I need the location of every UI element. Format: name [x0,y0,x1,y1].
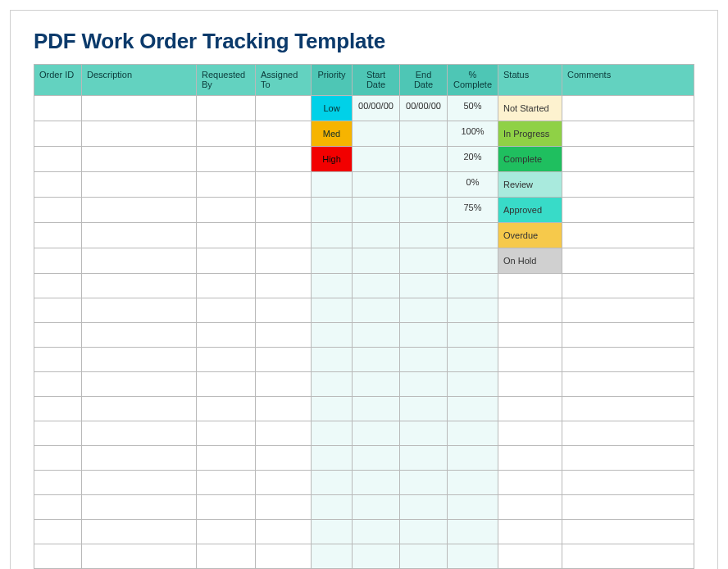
table-row: Med100%In Progress [34,121,694,147]
status-cell: Complete [498,147,562,172]
end-date [400,223,448,248]
description [82,147,197,172]
description [82,495,197,520]
description [82,172,197,198]
table-row [34,471,694,495]
description [82,544,197,569]
order-id [34,298,82,323]
col-description: Description [82,65,197,96]
priority-cell [312,372,353,397]
start-date [353,397,400,421]
description [82,471,197,495]
requested-by [197,421,256,446]
assigned-to [256,323,312,348]
pct-complete [448,520,498,544]
comments [562,544,694,569]
table-row: On Hold [34,248,694,274]
description [82,121,197,147]
end-date [400,298,448,323]
requested-by [197,147,256,172]
priority-cell [312,274,353,298]
status-cell [498,397,562,421]
end-date: 00/00/00 [400,96,448,121]
comments [562,446,694,471]
status-cell [498,323,562,348]
comments [562,520,694,544]
pct-complete [448,298,498,323]
assigned-to [256,248,312,274]
start-date [353,298,400,323]
comments [562,397,694,421]
requested-by [197,471,256,495]
requested-by [197,372,256,397]
priority-cell [312,223,353,248]
description [82,323,197,348]
comments [562,372,694,397]
assigned-to [256,274,312,298]
pct-complete [448,544,498,569]
description [82,348,197,372]
comments [562,421,694,446]
start-date [353,520,400,544]
description [82,520,197,544]
requested-by [197,298,256,323]
comments [562,274,694,298]
table-row: Low00/00/0000/00/0050%Not Started [34,96,694,121]
status-cell [498,421,562,446]
col-end-date: End Date [400,65,448,96]
priority-cell [312,495,353,520]
order-id [34,198,82,223]
requested-by [197,397,256,421]
comments [562,248,694,274]
comments [562,495,694,520]
description [82,198,197,223]
pct-complete [448,372,498,397]
status-cell: Overdue [498,223,562,248]
col-comments: Comments [562,65,694,96]
status-cell [498,446,562,471]
pct-complete [448,223,498,248]
priority-cell [312,397,353,421]
status-cell [498,372,562,397]
status-cell: Not Started [498,96,562,121]
priority-cell [312,248,353,274]
comments [562,147,694,172]
start-date: 00/00/00 [353,96,400,121]
assigned-to [256,298,312,323]
end-date [400,446,448,471]
status-cell [498,520,562,544]
order-id [34,248,82,274]
page-title: PDF Work Order Tracking Template [34,29,694,54]
work-order-table: Order ID Description Requested By Assign… [34,64,694,569]
pct-complete [448,248,498,274]
assigned-to [256,348,312,372]
assigned-to [256,147,312,172]
order-id [34,372,82,397]
pct-complete: 100% [448,121,498,147]
start-date [353,323,400,348]
description [82,372,197,397]
assigned-to [256,96,312,121]
table-row [34,421,694,446]
description [82,421,197,446]
status-cell [498,348,562,372]
table-row [34,298,694,323]
requested-by [197,446,256,471]
assigned-to [256,223,312,248]
order-id [34,172,82,198]
status-chip: Approved [498,198,562,222]
start-date [353,421,400,446]
end-date [400,544,448,569]
pct-complete: 50% [448,96,498,121]
comments [562,121,694,147]
description [82,446,197,471]
description [82,223,197,248]
assigned-to [256,121,312,147]
col-requested-by: Requested By [197,65,256,96]
priority-cell [312,520,353,544]
order-id [34,520,82,544]
start-date [353,248,400,274]
order-id [34,147,82,172]
order-id [34,446,82,471]
status-chip: Complete [498,147,562,171]
